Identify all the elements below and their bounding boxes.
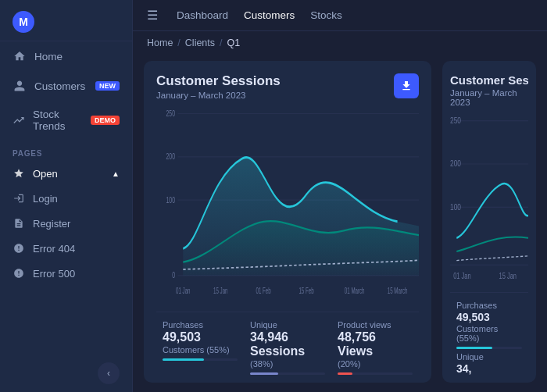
- stat-purchases: Purchases 49,503 Customers (55%): [156, 320, 244, 375]
- svg-text:15 Jan: 15 Jan: [499, 272, 517, 280]
- progress-bar-wrap: [338, 372, 413, 375]
- card-title-block: Customer Sessions January – March 2023: [156, 73, 281, 100]
- stats-row: Purchases 49,503 Customers (55%) Unique …: [156, 312, 419, 383]
- progress-bar-wrap: [456, 347, 522, 349]
- sidebar-item-error404[interactable]: Error 404: [0, 236, 132, 261]
- stat-sub: Customers (55%): [163, 345, 238, 355]
- hamburger-icon[interactable]: ☰: [147, 8, 158, 23]
- top-navigation: ☰ Dashboard Customers Stocks: [133, 0, 547, 31]
- breadcrumb-sep-1: /: [177, 37, 180, 48]
- sidebar: M Home Customers NEW Stock Trends DEMO P…: [0, 0, 133, 392]
- stat-sub: (20%): [338, 359, 413, 369]
- stats-row-2: Purchases 49,503 Customers (55%) Unique …: [450, 292, 528, 383]
- collapse-sidebar-button[interactable]: ‹: [98, 362, 120, 384]
- sidebar-item-label: Error 404: [33, 243, 75, 255]
- sidebar-item-open[interactable]: Open ▲: [0, 161, 132, 186]
- breadcrumb-home[interactable]: Home: [147, 37, 173, 48]
- breadcrumb-clients[interactable]: Clients: [185, 37, 215, 48]
- progress-bar: [338, 372, 352, 375]
- star-icon: [13, 167, 25, 180]
- home-icon: [13, 49, 27, 63]
- svg-text:15 March: 15 March: [388, 286, 408, 295]
- trending-icon: [13, 113, 25, 127]
- login-icon: [13, 192, 25, 205]
- sidebar-item-label: Open: [33, 168, 58, 180]
- sidebar-item-stock-trends[interactable]: Stock Trends DEMO: [0, 101, 132, 140]
- stat-label: Unique: [250, 320, 325, 330]
- stat-label: Product views: [338, 320, 413, 330]
- svg-text:100: 100: [166, 194, 175, 205]
- sidebar-item-label: Login: [33, 193, 58, 205]
- progress-bar-wrap: [250, 372, 325, 375]
- stat2-unique: Unique 34,: [450, 352, 528, 375]
- progress-bar-wrap: [163, 358, 238, 361]
- svg-text:200: 200: [166, 151, 175, 161]
- stat-value: 34,: [456, 362, 522, 375]
- stat-unique: Unique 34,946 Sessions (38%): [244, 320, 331, 375]
- error-icon: [13, 267, 25, 280]
- stat-label: Purchases: [456, 301, 522, 310]
- svg-text:100: 100: [450, 202, 461, 212]
- card-title: Customer Sessions: [156, 73, 281, 89]
- sidebar-item-label: Home: [34, 51, 63, 62]
- stat-label: Purchases: [163, 320, 238, 330]
- svg-text:0: 0: [172, 269, 175, 280]
- stat-label: Unique: [456, 352, 522, 362]
- sidebar-item-login[interactable]: Login: [0, 186, 132, 211]
- stat2-purchases: Purchases 49,503 Customers (55%): [450, 301, 528, 349]
- main-content: ☰ Dashboard Customers Stocks Home / Clie…: [133, 0, 547, 392]
- error-icon: [13, 242, 25, 255]
- logo-mark: M: [13, 11, 34, 33]
- content-area: Customer Sessions January – March 2023 2…: [133, 55, 547, 392]
- sidebar-item-label: Error 500: [33, 268, 75, 280]
- svg-text:01 Feb: 01 Feb: [256, 286, 271, 295]
- svg-text:200: 200: [450, 159, 461, 169]
- progress-bar: [250, 372, 278, 375]
- sidebar-logo: M: [0, 0, 132, 41]
- sidebar-item-label: Stock Trends: [33, 109, 83, 132]
- svg-text:250: 250: [166, 108, 175, 118]
- breadcrumb: Home / Clients / Q1: [133, 31, 547, 55]
- customer-sessions-card: Customer Sessions January – March 2023 2…: [144, 61, 431, 383]
- customer-sessions-card-2: Customer Sessi... January – March 2023 2…: [442, 61, 536, 383]
- stat-value: 48,756 Views: [338, 330, 413, 358]
- svg-text:15 Feb: 15 Feb: [299, 286, 313, 295]
- new-badge: NEW: [95, 81, 120, 91]
- sidebar-item-label: Customers: [34, 80, 85, 92]
- card-subtitle: January – March 2023: [156, 91, 281, 100]
- chart-area: 250 200 100 0 01 Jan 15 Jan 01 Feb 15 Fe…: [156, 105, 419, 312]
- register-icon: [13, 217, 25, 230]
- download-button[interactable]: [394, 73, 419, 98]
- card2-subtitle: January – March 2023: [450, 88, 528, 107]
- svg-text:250: 250: [450, 116, 461, 126]
- pages-section-label: PAGES: [0, 140, 132, 161]
- sidebar-item-home[interactable]: Home: [0, 41, 132, 71]
- sidebar-item-customers[interactable]: Customers NEW: [0, 71, 132, 101]
- chart2: 250 200 100 01 Jan 15 Jan: [450, 112, 528, 292]
- sidebar-item-label: Register: [33, 218, 70, 230]
- breadcrumb-q1[interactable]: Q1: [227, 37, 241, 48]
- progress-bar: [456, 347, 492, 349]
- svg-text:01 Jan: 01 Jan: [176, 286, 191, 295]
- card-header: Customer Sessions January – March 2023: [156, 73, 419, 100]
- topnav-stocks[interactable]: Stocks: [310, 9, 342, 21]
- topnav-customers[interactable]: Customers: [244, 9, 295, 21]
- breadcrumb-sep-2: /: [220, 37, 222, 48]
- stat-sub: (38%): [250, 359, 325, 369]
- stat-value: 49,503: [456, 311, 522, 323]
- svg-text:15 Jan: 15 Jan: [213, 286, 228, 295]
- sidebar-item-register[interactable]: Register: [0, 211, 132, 236]
- card2-title: Customer Sessi...: [450, 73, 528, 87]
- topnav-dashboard[interactable]: Dashboard: [177, 9, 228, 21]
- sidebar-item-error500[interactable]: Error 500: [0, 261, 132, 286]
- svg-text:01 March: 01 March: [345, 286, 365, 295]
- stat-value: 34,946 Sessions: [250, 330, 325, 358]
- stat-product-views: Product views 48,756 Views (20%): [331, 320, 419, 375]
- progress-bar: [163, 358, 204, 361]
- demo-badge: DEMO: [91, 116, 120, 125]
- chevron-up-icon: ▲: [112, 169, 120, 178]
- person-icon: [13, 79, 27, 93]
- stat-sub: Customers (55%): [456, 324, 522, 343]
- svg-text:01 Jan: 01 Jan: [453, 272, 470, 280]
- sidebar-footer: ‹: [0, 355, 132, 392]
